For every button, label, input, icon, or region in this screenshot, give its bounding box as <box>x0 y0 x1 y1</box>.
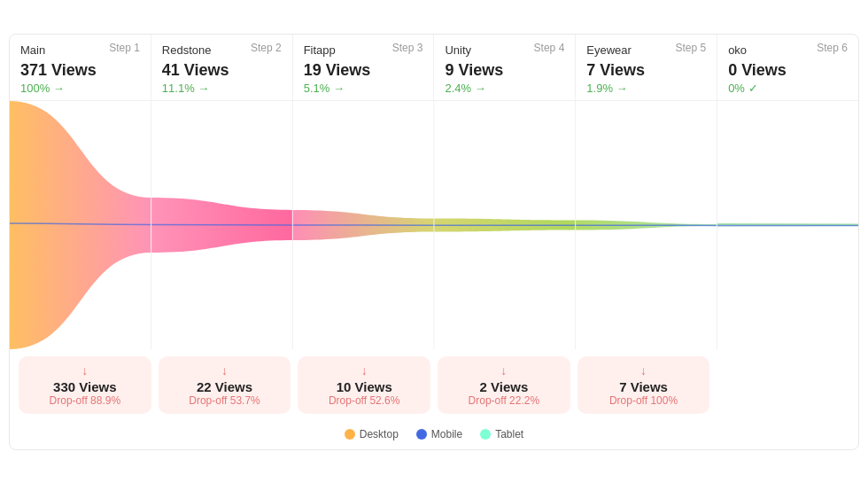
dropoff-views: 10 Views <box>306 379 422 394</box>
dropoff-card-4: ↓ 2 Views Drop-off 22.2% <box>438 356 570 414</box>
step-views: 0 Views <box>728 61 848 80</box>
step-number: Step 2 <box>251 42 282 54</box>
dropoff-views: 22 Views <box>167 379 283 394</box>
legend-item-desktop: Desktop <box>345 428 399 440</box>
step-views: 371 Views <box>20 61 140 80</box>
dropoff-icon: ↓ <box>306 363 422 378</box>
steps-header: Main Step 1 371 Views 100% → Redstone St… <box>10 35 858 101</box>
dropoff-row: ↓ 330 Views Drop-off 88.9% ↓ 22 Views Dr… <box>10 349 858 423</box>
step-col-2: Redstone Step 2 41 Views 11.1% → <box>151 35 293 100</box>
step-name: Unity <box>445 43 471 57</box>
step-name: Redstone <box>162 43 212 57</box>
step-col-5: Eyewear Step 5 7 Views 1.9% → <box>576 35 717 100</box>
dropoff-card-6 <box>717 356 849 414</box>
step-col-4: Unity Step 4 9 Views 2.4% → <box>434 35 576 100</box>
legend-label: Tablet <box>495 428 523 440</box>
dropoff-icon: ↓ <box>446 363 562 378</box>
dropoff-pct: Drop-off 22.2% <box>446 394 562 407</box>
legend-label: Desktop <box>360 428 399 440</box>
dropoff-card-5: ↓ 7 Views Drop-off 100% <box>577 356 710 414</box>
step-pct: 0% ✓ <box>728 82 848 95</box>
svg-line-0 <box>717 224 858 225</box>
legend: Desktop Mobile Tablet <box>10 423 858 449</box>
step-col-3: Fitapp Step 3 19 Views 5.1% → <box>293 35 435 100</box>
step-col-1: Main Step 1 371 Views 100% → <box>10 35 151 100</box>
funnel-chart: Main Step 1 371 Views 100% → Redstone St… <box>9 34 859 450</box>
dropoff-pct: Drop-off 100% <box>586 394 701 407</box>
dropoff-pct: Drop-off 52.6% <box>306 394 422 407</box>
legend-dot <box>345 429 355 440</box>
step-views: 9 Views <box>445 61 564 80</box>
dropoff-views: 2 Views <box>446 379 562 394</box>
step-name: Main <box>20 43 45 57</box>
dropoff-pct: Drop-off 88.9% <box>27 394 143 407</box>
legend-dot <box>480 429 491 440</box>
step-name: oko <box>728 43 747 57</box>
dropoff-icon: ↓ <box>586 363 701 378</box>
step-views: 41 Views <box>162 61 282 80</box>
step-pct: 1.9% → <box>586 82 706 95</box>
step-views: 19 Views <box>304 61 423 80</box>
legend-item-tablet: Tablet <box>480 428 523 440</box>
step-number: Step 6 <box>817 42 848 54</box>
dropoff-card-2: ↓ 22 Views Drop-off 53.7% <box>159 356 291 414</box>
funnel-visualization <box>10 101 858 349</box>
step-number: Step 3 <box>392 42 423 54</box>
step-pct: 100% → <box>20 82 140 95</box>
step-views: 7 Views <box>586 61 706 80</box>
step-name: Fitapp <box>304 43 336 57</box>
step-name: Eyewear <box>586 43 632 57</box>
step-number: Step 5 <box>675 42 706 54</box>
step-col-6: oko Step 6 0 Views 0% ✓ <box>717 35 858 100</box>
dropoff-card-3: ↓ 10 Views Drop-off 52.6% <box>298 356 430 414</box>
dropoff-icon: ↓ <box>167 363 283 378</box>
step-number: Step 1 <box>109 42 140 54</box>
legend-dot <box>416 429 427 440</box>
dropoff-views: 7 Views <box>586 379 701 394</box>
dropoff-views: 330 Views <box>27 379 143 394</box>
legend-item-mobile: Mobile <box>416 428 462 440</box>
legend-label: Mobile <box>431 428 462 440</box>
step-pct: 11.1% → <box>162 82 282 95</box>
step-pct: 2.4% → <box>445 82 564 95</box>
dropoff-card-1: ↓ 330 Views Drop-off 88.9% <box>19 356 151 414</box>
step-pct: 5.1% → <box>304 82 423 95</box>
step-number: Step 4 <box>534 42 565 54</box>
dropoff-icon: ↓ <box>27 363 143 378</box>
dropoff-pct: Drop-off 53.7% <box>167 394 283 407</box>
